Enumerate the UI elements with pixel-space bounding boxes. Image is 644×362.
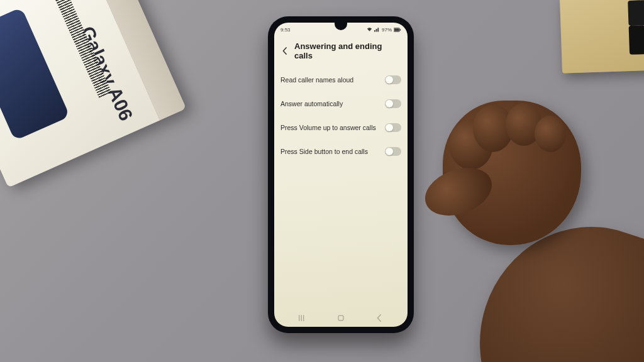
setting-answer-automatically[interactable]: Answer automatically [280,92,401,116]
settings-header: Answering and ending calls [274,35,408,68]
setting-label: Answer automatically [280,100,380,108]
status-right: 97% [367,27,401,33]
human-hand [405,63,644,362]
setting-label: Press Side button to end calls [280,148,380,156]
page-title: Answering and ending calls [294,41,401,60]
setting-label: Press Volume up to answer calls [280,124,380,132]
product-box: SAMSUNG Galaxy A06 [0,0,186,188]
nav-back-icon[interactable] [375,314,384,322]
wooden-block [560,0,644,74]
nav-home-icon[interactable] [336,314,345,322]
signal-icon [374,27,380,32]
battery-icon [394,28,401,32]
toggle-volume-up-answer[interactable] [385,123,401,132]
phone-device: 9:53 97% Answering and ending calls Read… [268,16,414,333]
toggle-read-caller-names[interactable] [385,75,401,84]
svg-rect-1 [394,28,399,31]
setting-read-caller-names[interactable]: Read caller names aloud [280,68,401,92]
svg-rect-3 [338,315,343,321]
nav-recents-icon[interactable] [298,314,307,322]
settings-list: Read caller names aloud Answer automatic… [274,68,408,163]
wifi-icon [367,27,372,32]
svg-rect-2 [400,29,401,31]
toggle-side-button-end[interactable] [385,147,401,156]
phone-screen: 9:53 97% Answering and ending calls Read… [274,23,408,327]
photo-scene: SAMSUNG Galaxy A06 9:53 97% [0,0,644,362]
setting-volume-up-answer[interactable]: Press Volume up to answer calls [280,116,401,140]
toggle-answer-automatically[interactable] [385,99,401,108]
status-time: 9:53 [280,27,291,33]
android-navbar [274,309,408,327]
setting-side-button-end[interactable]: Press Side button to end calls [280,140,401,163]
product-box-phone-art [0,7,70,141]
setting-label: Read caller names aloud [280,76,380,84]
back-icon[interactable] [280,47,289,55]
status-battery-text: 97% [382,27,392,33]
